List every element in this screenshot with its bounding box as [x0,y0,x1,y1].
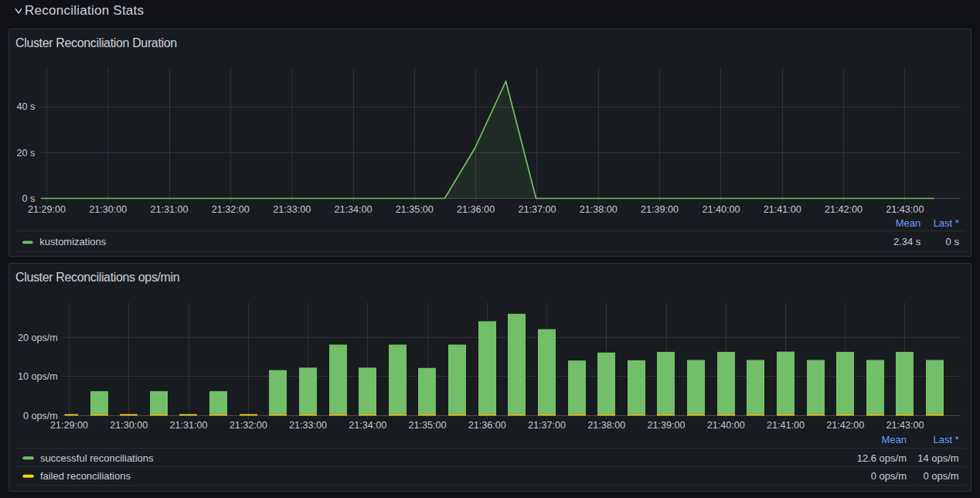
svg-text:20 s: 20 s [17,148,36,159]
svg-text:21:35:00: 21:35:00 [409,420,447,431]
svg-text:21:40:00: 21:40:00 [707,420,745,431]
svg-text:21:40:00: 21:40:00 [702,204,740,215]
svg-text:failed reconciliations: failed reconciliations [40,470,131,482]
svg-text:21:38:00: 21:38:00 [587,420,625,431]
svg-text:21:42:00: 21:42:00 [826,420,864,431]
svg-text:2.34 s: 2.34 s [893,236,921,247]
svg-text:20 ops/m: 20 ops/m [18,333,58,343]
svg-text:21:30:00: 21:30:00 [89,204,127,215]
svg-text:21:35:00: 21:35:00 [396,204,434,215]
svg-text:21:39:00: 21:39:00 [641,204,679,215]
svg-text:14 ops/m: 14 ops/m [917,452,958,464]
svg-text:21:41:00: 21:41:00 [764,204,801,215]
svg-text:21:31:00: 21:31:00 [170,420,208,431]
svg-text:0 ops/m: 0 ops/m [871,470,907,482]
svg-text:0 s: 0 s [22,193,36,204]
svg-text:21:32:00: 21:32:00 [212,204,250,215]
svg-text:21:43:00: 21:43:00 [886,204,924,215]
svg-text:21:37:00: 21:37:00 [518,204,556,215]
svg-text:21:43:00: 21:43:00 [886,420,924,431]
svg-text:Mean: Mean [896,217,921,229]
svg-text:21:36:00: 21:36:00 [457,204,495,215]
svg-text:21:39:00: 21:39:00 [647,420,685,431]
svg-text:21:32:00: 21:32:00 [230,420,267,431]
svg-text:Last *: Last * [934,217,959,229]
svg-text:21:30:00: 21:30:00 [110,420,148,431]
svg-text:21:37:00: 21:37:00 [528,420,566,431]
svg-text:21:29:00: 21:29:00 [50,420,88,431]
svg-text:0 ops/m: 0 ops/m [923,470,958,482]
svg-text:21:33:00: 21:33:00 [289,420,327,431]
svg-text:10 ops/m: 10 ops/m [18,371,58,382]
svg-text:21:29:00: 21:29:00 [28,204,66,215]
svg-text:40 s: 40 s [17,101,36,112]
svg-text:21:38:00: 21:38:00 [580,204,618,215]
svg-text:21:42:00: 21:42:00 [825,204,863,215]
svg-text:21:33:00: 21:33:00 [273,204,311,215]
svg-text:21:41:00: 21:41:00 [767,420,805,431]
svg-text:Mean: Mean [881,434,907,445]
svg-text:21:36:00: 21:36:00 [468,420,506,431]
svg-text:21:34:00: 21:34:00 [349,420,386,431]
svg-text:0 s: 0 s [946,236,960,247]
svg-text:12.6 ops/m: 12.6 ops/m [857,452,907,464]
svg-text:kustomizations: kustomizations [39,236,106,247]
svg-text:successful reconciliations: successful reconciliations [40,452,154,464]
svg-text:21:31:00: 21:31:00 [151,204,189,215]
svg-text:Last *: Last * [933,434,958,445]
svg-text:21:34:00: 21:34:00 [334,204,372,215]
